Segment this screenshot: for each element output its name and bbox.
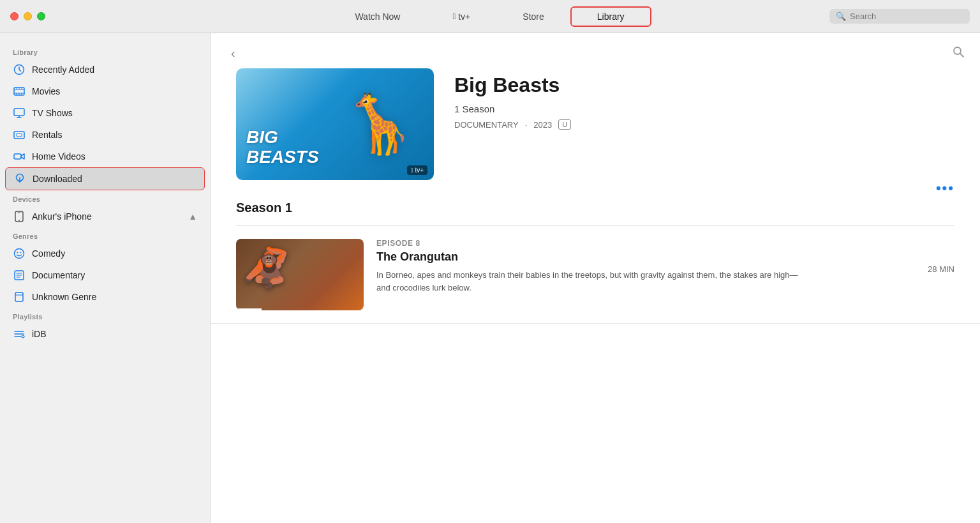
recently-added-label: Recently Added: [32, 64, 94, 75]
comedy-icon: [13, 247, 26, 260]
show-thumbnail: BIG BEASTS 🦒 tv+: [236, 68, 434, 180]
unknown-genre-icon: [13, 291, 26, 303]
giraffe-image: 🦒: [338, 68, 421, 180]
idb-label: iDB: [32, 329, 47, 339]
tab-library[interactable]: Library: [570, 6, 651, 27]
svg-rect-10: [14, 109, 24, 116]
downloaded-label: Downloaded: [33, 174, 82, 184]
svg-rect-14: [17, 133, 22, 137]
episode-details: EPISODE 8 The Orangutan In Borneo, apes …: [376, 239, 915, 294]
search-icon: 🔍: [836, 11, 846, 21]
unknown-genre-label: Unknown Genre: [32, 292, 96, 302]
main-layout: Library Recently Added: [0, 33, 980, 523]
show-season: 1 Season: [454, 103, 954, 114]
content-search-icon[interactable]: [952, 45, 965, 61]
episode-number: EPISODE 8: [376, 239, 915, 248]
sidebar-item-rentals[interactable]: Rentals: [0, 124, 210, 146]
show-title: Big Beasts: [454, 73, 954, 97]
window-controls: [10, 12, 45, 20]
devices-section-label: Devices: [0, 190, 210, 206]
sidebar-item-ankur-iphone[interactable]: Ankur's iPhone ▲: [0, 206, 210, 227]
season-label: Season 1: [211, 201, 980, 225]
svg-line-33: [960, 54, 963, 57]
apple-icon: : [452, 11, 456, 21]
content-header: ‹: [211, 33, 980, 68]
nav-tabs: Watch Now  tv+ Store Library: [329, 6, 651, 27]
svg-point-22: [17, 252, 19, 254]
show-year: 2023: [533, 120, 552, 130]
show-header: BIG BEASTS 🦒 tv+ Big Beasts 1 Season DO…: [211, 68, 980, 201]
close-button[interactable]: [10, 12, 19, 20]
genres-section-label: Genres: [0, 227, 210, 243]
sidebar-item-tv-shows[interactable]: TV Shows: [0, 102, 210, 124]
movies-label: Movies: [32, 86, 60, 96]
recently-added-icon: [13, 63, 26, 76]
svg-point-31: [22, 335, 24, 338]
search-bar[interactable]: 🔍: [829, 9, 970, 24]
movies-icon: [13, 85, 26, 98]
eject-icon[interactable]: ▲: [188, 211, 197, 222]
svg-point-20: [19, 220, 20, 221]
sidebar-item-movies[interactable]: Movies: [0, 80, 210, 102]
svg-rect-15: [14, 154, 21, 159]
episode-duration: 28 MIN: [928, 239, 954, 274]
svg-point-32: [954, 47, 961, 54]
episode-description: In Borneo, apes and monkeys train their …: [376, 269, 810, 294]
iphone-icon: [13, 210, 26, 223]
minimize-button[interactable]: [24, 12, 32, 20]
rentals-label: Rentals: [32, 130, 62, 140]
tab-watch-now[interactable]: Watch Now: [329, 7, 426, 26]
episode-thumbnail[interactable]: 🦧: [236, 239, 364, 310]
sidebar: Library Recently Added: [0, 33, 211, 523]
sidebar-item-downloaded[interactable]: Downloaded: [5, 167, 205, 190]
sidebar-item-idb[interactable]: iDB: [0, 323, 210, 345]
downloaded-icon: [13, 172, 26, 185]
svg-rect-13: [14, 132, 24, 139]
sidebar-item-recently-added[interactable]: Recently Added: [0, 59, 210, 80]
episode-progress-bar: [236, 308, 262, 310]
home-videos-icon: [13, 150, 26, 163]
search-input[interactable]: [850, 11, 963, 21]
thumbnail-title: BIG BEASTS: [246, 128, 319, 167]
maximize-button[interactable]: [37, 12, 45, 20]
episode-title: The Orangutan: [376, 250, 915, 264]
dot-separator: ·: [525, 120, 528, 130]
title-bar: Watch Now  tv+ Store Library 🔍: [0, 0, 980, 33]
playlist-icon: [13, 328, 26, 340]
rentals-icon: [13, 128, 26, 141]
tv-shows-icon: [13, 107, 26, 119]
iphone-label: Ankur's iPhone: [32, 211, 92, 222]
tab-store[interactable]: Store: [496, 7, 570, 26]
playlists-section-label: Playlists: [0, 308, 210, 323]
sidebar-item-unknown-genre[interactable]: Unknown Genre: [0, 286, 210, 308]
show-genre: DOCUMENTARY: [454, 120, 519, 130]
rating-badge: U: [558, 119, 571, 130]
comedy-label: Comedy: [32, 248, 65, 259]
back-button[interactable]: ‹: [226, 43, 241, 63]
more-options-button[interactable]: •••: [936, 180, 954, 197]
documentary-label: Documentary: [32, 270, 85, 280]
content-area: ‹ BIG BEASTS 🦒 tv+: [211, 33, 980, 523]
sidebar-item-documentary[interactable]: Documentary: [0, 264, 210, 286]
tv-shows-label: TV Shows: [32, 108, 73, 118]
documentary-icon: [13, 269, 26, 282]
svg-point-23: [20, 252, 22, 254]
sidebar-item-comedy[interactable]: Comedy: [0, 243, 210, 264]
show-meta: DOCUMENTARY · 2023 U: [454, 119, 954, 130]
tab-apple-tv-plus[interactable]:  tv+: [426, 7, 496, 26]
svg-point-21: [15, 249, 24, 259]
library-section-label: Library: [0, 43, 210, 59]
sidebar-item-home-videos[interactable]: Home Videos: [0, 146, 210, 167]
show-info: Big Beasts 1 Season DOCUMENTARY · 2023 U: [454, 68, 954, 130]
episode-item: 🦧 EPISODE 8 The Orangutan In Borneo, ape…: [211, 226, 980, 324]
apple-tv-plus-badge: tv+: [407, 165, 427, 175]
home-videos-label: Home Videos: [32, 151, 85, 162]
